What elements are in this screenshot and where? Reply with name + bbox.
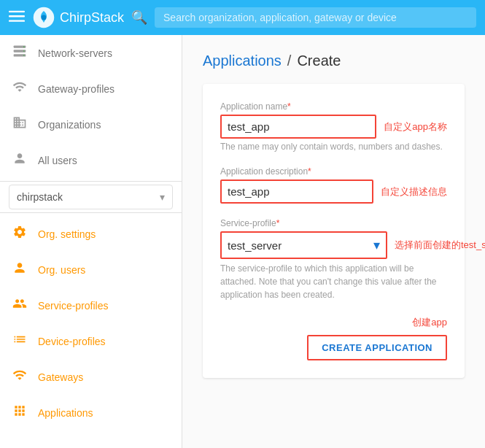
app-desc-hint-red: 自定义描述信息 bbox=[381, 185, 447, 198]
service-profile-label: Service-profile* bbox=[220, 218, 447, 228]
sidebar-item-org-settings[interactable]: Org. settings bbox=[0, 216, 182, 252]
breadcrumb-separator: / bbox=[287, 53, 292, 69]
form-card: Application name* 自定义app名称 The name may … bbox=[203, 84, 465, 378]
sidebar-item-network-servers[interactable]: Network-servers bbox=[0, 35, 182, 71]
service-profiles-icon bbox=[12, 296, 28, 314]
logo-text: ChirpStack bbox=[60, 10, 124, 26]
organizations-icon bbox=[12, 115, 28, 134]
app-desc-group: Application description* 自定义描述信息 bbox=[220, 166, 447, 204]
service-profile-hint-gray: The service-profile to which this applic… bbox=[220, 262, 447, 301]
org-settings-icon bbox=[12, 225, 28, 243]
app-name-row: 自定义app名称 bbox=[220, 115, 447, 139]
service-profile-hint-red: 选择前面创建的test_server bbox=[395, 239, 485, 252]
main-layout: Network-servers Gateway-profiles Organiz… bbox=[0, 35, 485, 448]
main-content: Applications / Create Application name* … bbox=[182, 35, 485, 448]
breadcrumb: Applications / Create bbox=[203, 53, 465, 69]
service-profile-field-wrapper: ▾ bbox=[220, 231, 387, 259]
sidebar-item-gateways[interactable]: Gateways bbox=[0, 359, 182, 395]
sidebar-item-org-users[interactable]: Org. users bbox=[0, 252, 182, 287]
app-name-hint-red: 自定义app名称 bbox=[384, 120, 447, 134]
logo: ChirpStack bbox=[32, 6, 124, 29]
svg-point-4 bbox=[41, 15, 46, 20]
sidebar-item-all-users[interactable]: All users bbox=[0, 142, 182, 178]
sidebar-label-applications: Applications bbox=[38, 407, 93, 419]
service-profile-input[interactable] bbox=[228, 239, 366, 252]
sidebar-item-service-profiles[interactable]: Service-profiles bbox=[0, 287, 182, 323]
gateways-icon bbox=[12, 368, 28, 386]
device-profiles-icon bbox=[12, 332, 28, 350]
sidebar-item-applications[interactable]: Applications bbox=[0, 395, 182, 430]
logo-icon bbox=[32, 6, 55, 29]
sidebar-label-organizations: Organizations bbox=[38, 119, 101, 131]
create-hint: 创建app bbox=[220, 316, 447, 329]
sidebar-item-organizations[interactable]: Organizations bbox=[0, 107, 182, 142]
sidebar-label-service-profiles: Service-profiles bbox=[38, 300, 108, 312]
search-icon: 🔍 bbox=[131, 9, 147, 26]
create-btn-row: CREATE APPLICATION bbox=[220, 335, 447, 360]
sidebar-divider bbox=[0, 181, 182, 182]
app-desc-input[interactable] bbox=[228, 185, 366, 198]
svg-point-9 bbox=[23, 50, 25, 52]
app-name-group: Application name* 自定义app名称 The name may … bbox=[220, 101, 447, 152]
org-selector[interactable]: chirpstack ▾ bbox=[9, 185, 173, 209]
svg-rect-2 bbox=[9, 20, 25, 21]
dropdown-arrow-icon[interactable]: ▾ bbox=[373, 237, 380, 253]
sidebar-item-gateway-profiles[interactable]: Gateway-profiles bbox=[0, 71, 182, 107]
menu-icon[interactable] bbox=[9, 8, 25, 28]
app-name-input[interactable] bbox=[228, 120, 369, 133]
service-profile-row: ▾ 选择前面创建的test_server bbox=[220, 231, 447, 259]
service-profile-group: Service-profile* ▾ 选择前面创建的test_server Th… bbox=[220, 218, 447, 301]
sidebar-label-device-profiles: Device-profiles bbox=[38, 336, 106, 347]
sidebar-label-network-servers: Network-servers bbox=[38, 47, 112, 59]
all-users-icon bbox=[12, 151, 28, 169]
svg-rect-0 bbox=[9, 10, 25, 12]
sidebar-label-gateway-profiles: Gateway-profiles bbox=[38, 83, 115, 95]
org-users-icon bbox=[12, 260, 28, 279]
search-input[interactable] bbox=[155, 7, 476, 28]
app-desc-label: Application description* bbox=[220, 166, 447, 177]
sidebar: Network-servers Gateway-profiles Organiz… bbox=[0, 35, 182, 448]
svg-point-10 bbox=[23, 55, 25, 56]
sidebar-item-device-profiles[interactable]: Device-profiles bbox=[0, 323, 182, 359]
svg-point-8 bbox=[23, 46, 25, 47]
app-desc-field-wrapper bbox=[220, 179, 373, 204]
app-name-hint-gray: The name may only contain words, numbers… bbox=[220, 142, 447, 152]
sidebar-label-all-users: All users bbox=[38, 155, 77, 166]
sidebar-label-gateways: Gateways bbox=[38, 371, 83, 383]
svg-rect-1 bbox=[9, 15, 25, 17]
app-name-label: Application name* bbox=[220, 101, 447, 112]
create-application-button[interactable]: CREATE APPLICATION bbox=[307, 335, 447, 360]
breadcrumb-link[interactable]: Applications bbox=[203, 53, 282, 69]
sidebar-divider-2 bbox=[0, 212, 182, 213]
org-selector-value: chirpstack bbox=[17, 191, 63, 203]
chevron-down-icon: ▾ bbox=[160, 191, 165, 203]
applications-icon bbox=[12, 403, 28, 422]
app-header: ChirpStack 🔍 bbox=[0, 0, 485, 35]
gateway-profiles-icon bbox=[12, 80, 28, 98]
app-desc-row: 自定义描述信息 bbox=[220, 179, 447, 204]
breadcrumb-current: Create bbox=[297, 53, 341, 69]
sidebar-label-org-users: Org. users bbox=[38, 264, 85, 276]
sidebar-label-org-settings: Org. settings bbox=[38, 228, 96, 240]
app-name-field-wrapper bbox=[220, 115, 376, 139]
network-servers-icon bbox=[12, 44, 28, 62]
